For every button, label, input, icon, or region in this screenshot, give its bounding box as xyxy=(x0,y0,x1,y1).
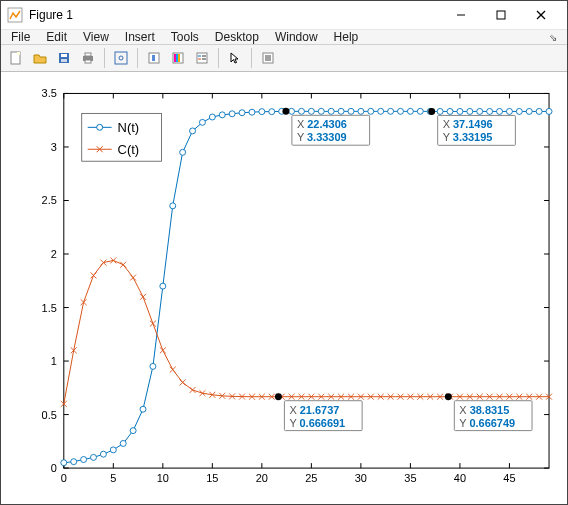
legend-item[interactable]: N(t) xyxy=(118,120,140,135)
menu-tools[interactable]: Tools xyxy=(171,30,199,44)
marker[interactable] xyxy=(437,108,443,114)
marker[interactable] xyxy=(110,447,116,453)
xtick-label: 25 xyxy=(305,472,317,484)
marker[interactable] xyxy=(467,108,473,114)
close-button[interactable] xyxy=(521,1,561,29)
link-button[interactable] xyxy=(143,47,165,69)
marker[interactable] xyxy=(536,108,542,114)
toolbar-separator xyxy=(104,48,105,68)
menu-window[interactable]: Window xyxy=(275,30,318,44)
datatip-x: X 21.6737 xyxy=(289,404,339,416)
new-file-button[interactable] xyxy=(5,47,27,69)
marker[interactable] xyxy=(506,108,512,114)
toolbar-separator xyxy=(137,48,138,68)
marker[interactable] xyxy=(259,109,265,115)
marker[interactable] xyxy=(328,108,334,114)
marker[interactable] xyxy=(407,108,413,114)
marker[interactable] xyxy=(160,283,166,289)
menu-desktop[interactable]: Desktop xyxy=(215,30,259,44)
datatip-point[interactable] xyxy=(428,108,435,115)
marker[interactable] xyxy=(71,459,77,465)
marker[interactable] xyxy=(120,440,126,446)
edit-plot-button[interactable] xyxy=(257,47,279,69)
marker[interactable] xyxy=(298,108,304,114)
marker[interactable] xyxy=(368,108,374,114)
marker[interactable] xyxy=(417,108,423,114)
marker[interactable] xyxy=(457,108,463,114)
marker[interactable] xyxy=(150,363,156,369)
marker[interactable] xyxy=(120,262,126,268)
insert-legend-button[interactable] xyxy=(191,47,213,69)
datacursor-button[interactable] xyxy=(110,47,132,69)
datatip-point[interactable] xyxy=(445,393,452,400)
marker[interactable] xyxy=(209,114,215,120)
menu-help[interactable]: Help xyxy=(334,30,359,44)
insert-colorbar-button[interactable] xyxy=(167,47,189,69)
maximize-button[interactable] xyxy=(481,1,521,29)
marker[interactable] xyxy=(388,108,394,114)
legend-item[interactable]: C(t) xyxy=(118,142,140,157)
pointer-button[interactable] xyxy=(224,47,246,69)
marker[interactable] xyxy=(91,454,97,460)
marker[interactable] xyxy=(130,428,136,434)
svg-rect-2 xyxy=(497,11,505,19)
marker[interactable] xyxy=(289,108,295,114)
marker[interactable] xyxy=(170,203,176,209)
marker[interactable] xyxy=(269,109,275,115)
svg-rect-13 xyxy=(115,52,127,64)
menu-view[interactable]: View xyxy=(83,30,109,44)
marker[interactable] xyxy=(150,321,156,327)
menu-expand-icon[interactable]: ⇘ xyxy=(549,32,557,43)
save-button[interactable] xyxy=(53,47,75,69)
menu-insert[interactable]: Insert xyxy=(125,30,155,44)
marker[interactable] xyxy=(487,108,493,114)
datatip-point[interactable] xyxy=(282,108,289,115)
marker[interactable] xyxy=(526,108,532,114)
marker[interactable] xyxy=(199,119,205,125)
marker[interactable] xyxy=(398,108,404,114)
marker[interactable] xyxy=(160,347,166,353)
print-button[interactable] xyxy=(77,47,99,69)
open-button[interactable] xyxy=(29,47,51,69)
marker[interactable] xyxy=(447,108,453,114)
marker[interactable] xyxy=(318,108,324,114)
plot-area[interactable]: 05101520253035404500.511.522.533.5N(t)C(… xyxy=(1,72,567,505)
marker[interactable] xyxy=(100,451,106,457)
marker[interactable] xyxy=(140,294,146,300)
marker[interactable] xyxy=(229,111,235,117)
menu-edit[interactable]: Edit xyxy=(46,30,67,44)
marker[interactable] xyxy=(516,108,522,114)
marker[interactable] xyxy=(91,272,97,278)
ytick-label: 1.5 xyxy=(42,302,57,314)
marker[interactable] xyxy=(477,108,483,114)
marker[interactable] xyxy=(140,406,146,412)
marker[interactable] xyxy=(249,109,255,115)
marker[interactable] xyxy=(308,108,314,114)
marker[interactable] xyxy=(219,112,225,118)
marker[interactable] xyxy=(239,110,245,116)
datatip-point[interactable] xyxy=(275,393,282,400)
axes[interactable]: 05101520253035404500.511.522.533.5N(t)C(… xyxy=(9,80,559,498)
marker[interactable] xyxy=(358,108,364,114)
marker[interactable] xyxy=(190,387,196,393)
marker[interactable] xyxy=(170,367,176,373)
marker[interactable] xyxy=(130,275,136,281)
marker[interactable] xyxy=(338,108,344,114)
marker[interactable] xyxy=(378,108,384,114)
marker[interactable] xyxy=(497,108,503,114)
marker[interactable] xyxy=(190,128,196,134)
marker[interactable] xyxy=(180,379,186,385)
menu-file[interactable]: File xyxy=(11,30,30,44)
toolbar-separator xyxy=(251,48,252,68)
title-bar: Figure 1 xyxy=(1,1,567,30)
ytick-label: 0.5 xyxy=(42,409,57,421)
marker[interactable] xyxy=(180,149,186,155)
xtick-label: 20 xyxy=(256,472,268,484)
marker[interactable] xyxy=(61,460,67,466)
minimize-button[interactable] xyxy=(441,1,481,29)
marker[interactable] xyxy=(348,108,354,114)
svg-rect-6 xyxy=(17,52,20,55)
series-C(t)[interactable] xyxy=(64,260,549,403)
marker[interactable] xyxy=(546,108,552,114)
marker[interactable] xyxy=(81,457,87,463)
